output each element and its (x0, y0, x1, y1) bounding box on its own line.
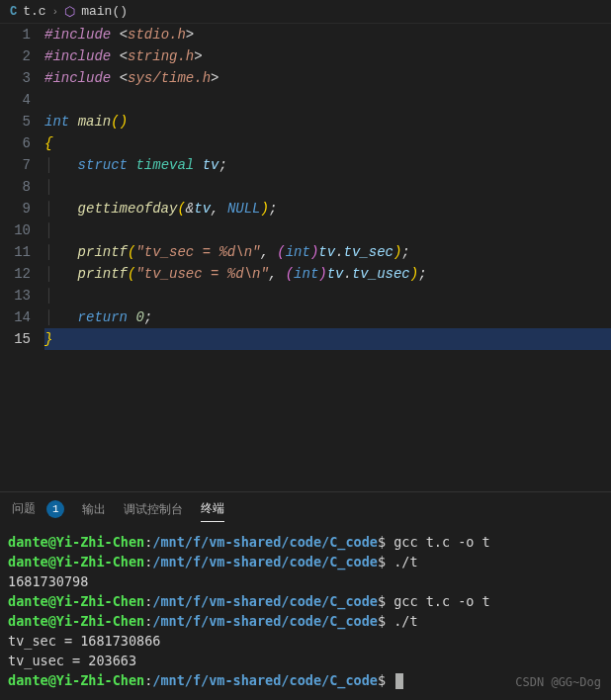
tab-problems-label: 问题 (12, 502, 36, 516)
code-line[interactable]: │ return 0; (44, 306, 611, 328)
terminal-output-line: 1681730798 (8, 571, 603, 591)
code-content[interactable]: #include <stdio.h>#include <string.h>#in… (44, 24, 611, 350)
code-line[interactable]: │ printf("tv_usec = %d\n", (int)tv.tv_us… (44, 263, 611, 285)
code-line[interactable]: │ gettimeofday(&tv, NULL); (44, 198, 611, 219)
line-number: 6 (0, 132, 31, 154)
breadcrumb-symbol[interactable]: main() (81, 4, 128, 19)
terminal-output-line: tv_usec = 203663 (8, 651, 603, 670)
code-line[interactable]: │ (44, 285, 611, 306)
panel-tabs: 问题 1 输出 调试控制台 终端 (0, 491, 611, 528)
terminal-prompt-line: dante@Yi-Zhi-Chen:/mnt/f/vm-shared/code/… (8, 591, 603, 611)
chevron-right-icon: › (52, 6, 59, 18)
line-number: 7 (0, 154, 31, 176)
problems-count-badge: 1 (46, 500, 64, 518)
terminal-output-line: tv_sec = 1681730866 (8, 631, 603, 651)
terminal-prompt-line: dante@Yi-Zhi-Chen:/mnt/f/vm-shared/code/… (8, 552, 603, 571)
terminal-prompt-line: dante@Yi-Zhi-Chen:/mnt/f/vm-shared/code/… (8, 670, 603, 690)
tab-debug-console[interactable]: 调试控制台 (124, 501, 183, 522)
line-number: 13 (0, 285, 31, 306)
line-number: 3 (0, 67, 31, 89)
line-number: 9 (0, 198, 31, 219)
line-number: 4 (0, 89, 31, 111)
watermark-text: CSDN @GG~Dog (515, 672, 601, 692)
code-editor[interactable]: 123456789101112131415 #include <stdio.h>… (0, 24, 611, 350)
code-line[interactable]: { (44, 132, 611, 154)
terminal-cursor (395, 673, 403, 689)
tab-problems[interactable]: 问题 1 (12, 500, 64, 522)
editor-empty-area (0, 350, 611, 491)
code-line[interactable]: │ printf("tv_sec = %d\n", (int)tv.tv_sec… (44, 241, 611, 263)
code-line[interactable]: #include <sys/time.h> (44, 67, 611, 89)
line-number: 8 (0, 176, 31, 198)
line-number: 5 (0, 111, 31, 132)
file-c-icon: C (10, 5, 17, 19)
tab-output[interactable]: 输出 (82, 501, 106, 522)
terminal-prompt-line: dante@Yi-Zhi-Chen:/mnt/f/vm-shared/code/… (8, 532, 603, 552)
tab-terminal[interactable]: 终端 (201, 500, 224, 522)
code-line[interactable]: int main() (44, 111, 611, 132)
line-number: 10 (0, 219, 31, 241)
line-number: 14 (0, 306, 31, 328)
code-line[interactable]: #include <stdio.h> (44, 24, 611, 45)
line-number: 11 (0, 241, 31, 263)
code-line[interactable] (44, 89, 611, 111)
breadcrumb[interactable]: C t.c › ⬡ main() (0, 0, 611, 24)
code-line[interactable]: │ (44, 176, 611, 198)
terminal-panel[interactable]: dante@Yi-Zhi-Chen:/mnt/f/vm-shared/code/… (0, 528, 611, 700)
breadcrumb-file[interactable]: t.c (23, 4, 45, 19)
code-line[interactable]: #include <string.h> (44, 45, 611, 67)
terminal-prompt-line: dante@Yi-Zhi-Chen:/mnt/f/vm-shared/code/… (8, 611, 603, 631)
line-number: 12 (0, 263, 31, 285)
line-number: 2 (0, 45, 31, 67)
line-number: 1 (0, 24, 31, 45)
code-line[interactable]: } (44, 328, 611, 350)
code-line[interactable]: │ (44, 219, 611, 241)
line-number-gutter: 123456789101112131415 (0, 24, 44, 350)
code-line[interactable]: │ struct timeval tv; (44, 154, 611, 176)
line-number: 15 (0, 328, 31, 350)
symbol-method-icon: ⬡ (64, 4, 75, 20)
